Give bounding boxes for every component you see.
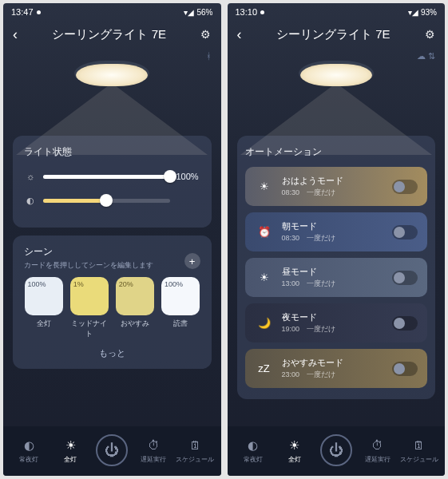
automation-toggle[interactable] bbox=[392, 271, 418, 285]
nav-label: スケジュール bbox=[400, 455, 438, 464]
scene-chip: 100% bbox=[25, 277, 63, 315]
scene-label: おやすみ bbox=[115, 319, 154, 329]
automation-sub: 19:00 一度だけ bbox=[282, 324, 393, 335]
bottom-nav: ◐常夜灯☀全灯⏻⏱遅延実行🗓スケジュール bbox=[3, 426, 221, 476]
automation-icon: ☀ bbox=[255, 177, 274, 196]
automation-name: 朝モード bbox=[282, 220, 393, 232]
automation-icon: 🌙 bbox=[255, 314, 274, 333]
temp-icon: ◐ bbox=[24, 194, 37, 207]
nav-icon: ⏱ bbox=[145, 437, 161, 453]
page-title: シーリングライト 7E bbox=[52, 27, 166, 42]
nav-label: 遅延実行 bbox=[141, 455, 166, 464]
bluetooth-icon: ᚼ bbox=[206, 51, 212, 61]
automation-name: 夜モード bbox=[282, 311, 393, 323]
nav-icon: 🗓 bbox=[187, 437, 203, 453]
status-dot-icon bbox=[260, 10, 264, 14]
nav-item[interactable]: 🗓スケジュール bbox=[174, 437, 216, 464]
battery-label: 93% bbox=[421, 8, 437, 17]
automation-item[interactable]: zZおやすみモード23:00 一度だけ bbox=[245, 349, 428, 388]
nav-item[interactable]: ☀全灯 bbox=[50, 437, 91, 464]
automation-icon: ☀ bbox=[255, 268, 274, 287]
nav-item[interactable]: ◐常夜灯 bbox=[232, 437, 274, 464]
back-icon[interactable]: ‹ bbox=[237, 26, 242, 43]
automation-name: おやすみモード bbox=[282, 357, 393, 369]
scene-item[interactable]: 100%全灯 bbox=[24, 277, 63, 339]
automation-toggle[interactable] bbox=[392, 362, 418, 376]
nav-label: スケジュール bbox=[176, 455, 214, 464]
automation-toggle[interactable] bbox=[392, 180, 418, 194]
wifi-icon: ▾◢ bbox=[408, 8, 418, 17]
wifi-icon: ▾◢ bbox=[184, 8, 194, 17]
bottom-nav: ◐常夜灯☀全灯⏻⏱遅延実行🗓スケジュール bbox=[228, 426, 446, 476]
power-button[interactable]: ⏻ bbox=[96, 434, 128, 466]
cloud-icon: ☁ ⇅ bbox=[417, 51, 435, 61]
scenes-subtitle: カードを長押ししてシーンを編集します bbox=[24, 260, 153, 271]
automation-item[interactable]: 🌙夜モード19:00 一度だけ bbox=[245, 303, 428, 342]
battery-label: 56% bbox=[196, 8, 212, 17]
more-scenes-button[interactable]: もっと bbox=[24, 347, 200, 359]
scene-list: 100%全灯1%ミッドナイト20%おやすみ100%読書 bbox=[24, 277, 200, 339]
nav-label: 常夜灯 bbox=[19, 455, 38, 464]
scene-label: 全灯 bbox=[24, 319, 63, 329]
automation-item[interactable]: ⏰朝モード08:30 一度だけ bbox=[245, 212, 428, 251]
automation-icon: ⏰ bbox=[255, 223, 274, 242]
automation-sub: 23:00 一度だけ bbox=[282, 370, 393, 380]
status-bar: 13:10 ▾◢ 93% bbox=[228, 3, 446, 21]
brightness-slider[interactable]: ☼ 100% bbox=[24, 170, 200, 183]
scene-label: 読書 bbox=[161, 319, 200, 329]
nav-icon: ◐ bbox=[245, 437, 261, 453]
status-dot-icon bbox=[37, 10, 41, 14]
back-icon[interactable]: ‹ bbox=[13, 26, 18, 43]
nav-label: 常夜灯 bbox=[244, 455, 263, 464]
status-time: 13:10 bbox=[236, 7, 258, 17]
automation-name: 昼モード bbox=[282, 266, 393, 278]
nav-icon: ☀ bbox=[287, 437, 303, 453]
automation-toggle[interactable] bbox=[392, 225, 418, 240]
light-cone bbox=[16, 83, 208, 155]
automation-icon: zZ bbox=[255, 359, 274, 378]
status-bar: 13:47 ▾◢ 56% bbox=[3, 3, 221, 21]
automation-toggle[interactable] bbox=[392, 316, 418, 331]
automation-sub: 08:30 一度だけ bbox=[282, 233, 393, 243]
hero: ☁ ⇅ bbox=[228, 48, 446, 136]
scene-chip: 100% bbox=[161, 277, 200, 315]
automation-item[interactable]: ☀おはようモード08:30 一度だけ bbox=[245, 167, 428, 206]
sun-icon: ☼ bbox=[24, 170, 37, 183]
nav-label: 全灯 bbox=[288, 455, 301, 464]
power-button[interactable]: ⏻ bbox=[320, 434, 352, 466]
lamp-image bbox=[76, 64, 148, 86]
scene-item[interactable]: 1%ミッドナイト bbox=[69, 277, 109, 339]
scenes-title: シーン bbox=[24, 245, 153, 259]
lamp-image bbox=[300, 64, 372, 86]
scene-item[interactable]: 20%おやすみ bbox=[115, 277, 154, 339]
nav-item[interactable]: ☀全灯 bbox=[274, 437, 315, 464]
nav-item[interactable]: 🗓スケジュール bbox=[398, 437, 440, 464]
nav-icon: ⏱ bbox=[370, 437, 386, 453]
nav-icon: ☀ bbox=[62, 437, 78, 453]
header: ‹ シーリングライト 7E ⚙ bbox=[228, 21, 446, 48]
nav-label: 全灯 bbox=[64, 455, 77, 464]
brightness-value: 100% bbox=[176, 172, 200, 181]
automation-sub: 08:30 一度だけ bbox=[282, 188, 393, 198]
phone-right: 13:10 ▾◢ 93% ‹ シーリングライト 7E ⚙ ☁ ⇅ オートメーショ… bbox=[228, 3, 446, 476]
nav-item[interactable]: ◐常夜灯 bbox=[8, 437, 50, 464]
page-title: シーリングライト 7E bbox=[276, 27, 391, 42]
nav-item[interactable]: ⏱遅延実行 bbox=[133, 437, 174, 464]
light-cone bbox=[240, 83, 432, 155]
scenes-card: シーン カードを長押ししてシーンを編集します + 100%全灯1%ミッドナイト2… bbox=[13, 236, 212, 369]
automation-name: おはようモード bbox=[282, 175, 393, 187]
hero: ᚼ bbox=[3, 48, 221, 136]
gear-icon[interactable]: ⚙ bbox=[200, 28, 211, 41]
nav-item[interactable]: ⏱遅延実行 bbox=[357, 437, 398, 464]
nav-label: 遅延実行 bbox=[365, 455, 391, 464]
header: ‹ シーリングライト 7E ⚙ bbox=[3, 21, 221, 48]
automation-item[interactable]: ☀昼モード13:00 一度だけ bbox=[245, 258, 428, 297]
add-scene-button[interactable]: + bbox=[184, 253, 200, 269]
scene-label: ミッドナイト bbox=[69, 319, 109, 339]
automation-sub: 13:00 一度だけ bbox=[282, 279, 393, 289]
warmth-slider[interactable]: ◐ bbox=[24, 194, 200, 207]
phone-left: 13:47 ▾◢ 56% ‹ シーリングライト 7E ⚙ ᚼ ライト状態 ☼ 1… bbox=[3, 3, 221, 476]
scene-chip: 1% bbox=[70, 277, 109, 315]
gear-icon[interactable]: ⚙ bbox=[425, 28, 435, 41]
scene-item[interactable]: 100%読書 bbox=[161, 277, 200, 339]
